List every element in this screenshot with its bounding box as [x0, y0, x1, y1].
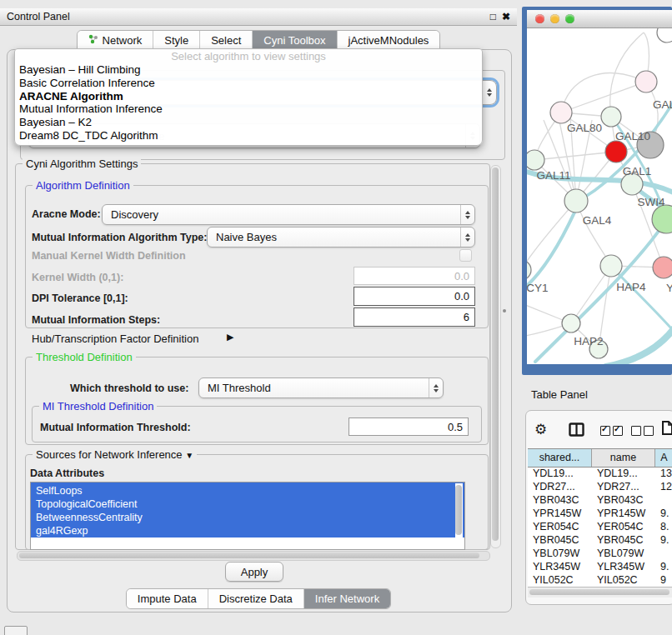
network-node[interactable]	[652, 205, 672, 233]
chevron-right-icon[interactable]: ▶	[227, 332, 233, 342]
table-body: YDL19...YDL19...13YDR27...YDR27...12YBR0…	[528, 467, 672, 587]
network-canvas[interactable]: GALGAL80GAL10GAL1GAL11GAL4SWI4GCY1HAP4YH…	[527, 28, 672, 364]
column-header-a[interactable]: A	[655, 449, 672, 467]
split-columns-icon[interactable]	[569, 422, 584, 437]
zoom-traffic-light-icon[interactable]	[565, 14, 574, 23]
minimized-panel-grip[interactable]	[4, 626, 28, 635]
table-cell: YPR145W	[528, 507, 592, 520]
sources-legend: Sources for Network Inference ▼	[33, 448, 197, 462]
algorithm-option-aracne-algorithm[interactable]: ARACNE Algorithm	[15, 90, 482, 103]
manual-kernel-width-checkbox[interactable]	[459, 249, 472, 262]
table-header[interactable]: shared...nameA	[528, 448, 672, 468]
table-cell: YIL052C	[528, 573, 592, 587]
hide-columns-icon[interactable]	[631, 426, 654, 436]
new-table-icon[interactable]	[661, 420, 672, 436]
table-row[interactable]: YDR27...YDR27...12	[528, 480, 672, 493]
settings-vertical-scrollbar[interactable]	[490, 165, 501, 548]
table-horizontal-scrollbar[interactable]	[528, 587, 672, 598]
mi-threshold-field[interactable]: 0.5	[349, 418, 469, 436]
table-cell: YDR27...	[528, 480, 592, 493]
data-attribute-item[interactable]: gal4RGexp	[31, 524, 464, 538]
gear-icon[interactable]: ⚙	[534, 421, 547, 438]
data-attribute-item[interactable]: BetweennessCentrality	[31, 511, 464, 524]
minimize-traffic-light-icon[interactable]	[550, 14, 559, 23]
algorithm-option-mutual-information-inference[interactable]: Mutual Information Inference	[15, 102, 482, 116]
table-row[interactable]: YBL079WYBL079W	[528, 547, 672, 560]
close-traffic-light-icon[interactable]	[535, 14, 544, 23]
data-attributes-list[interactable]: SelfLoopsTopologicalCoefficientBetweenne…	[30, 482, 465, 550]
stepper-icon	[460, 205, 474, 224]
kernel-width-field[interactable]: 0.0	[354, 267, 475, 285]
table-row[interactable]: YLR345WYLR345W9.	[528, 560, 672, 573]
table-row[interactable]: YER054CYER054C8.	[528, 520, 672, 533]
dpi-tolerance-field[interactable]: 0.0	[354, 287, 475, 306]
which-threshold-value: MI Threshold	[199, 382, 429, 394]
table-row[interactable]: YBR043CYBR043C	[528, 493, 672, 507]
mi-threshold-label: Mutual Information Threshold:	[40, 422, 191, 433]
network-window-titlebar[interactable]	[527, 10, 672, 28]
network-node-gal4[interactable]	[564, 189, 588, 212]
network-node-gcy1[interactable]	[527, 260, 531, 280]
network-icon	[88, 31, 98, 50]
table-cell: 9.	[655, 533, 672, 547]
network-node-y[interactable]	[653, 257, 672, 278]
table-cell: YBR045C	[528, 533, 592, 547]
network-node-hap4[interactable]	[600, 255, 622, 277]
network-node[interactable]	[657, 28, 672, 42]
tab-network[interactable]: Network	[78, 31, 153, 50]
table-row[interactable]: YBR045CYBR045C9.	[528, 533, 672, 547]
table-cell: YER054C	[528, 520, 592, 533]
data-attribute-item[interactable]: TopologicalCoefficient	[31, 498, 464, 511]
column-header-shared[interactable]: shared...	[528, 449, 592, 467]
algorithm-option-dream8-dc-tdc-algorithm[interactable]: Dream8 DC_TDC Algorithm	[15, 129, 482, 142]
apply-button[interactable]: Apply	[225, 562, 283, 582]
network-node-hap2[interactable]	[562, 314, 580, 332]
algorithm-dropdown-popup: Select algorithm to view settings Bayesi…	[14, 48, 483, 146]
mi-algorithm-type-value: Naive Bayes	[208, 231, 460, 243]
node-label-gal1: GAL1	[623, 165, 652, 178]
node-label-gcy1: GCY1	[527, 282, 548, 294]
column-header-name[interactable]: name	[592, 449, 655, 467]
algorithm-option-bayesian-hill-climbing[interactable]: Bayesian – Hill Climbing	[15, 63, 482, 77]
network-node-gal11[interactable]	[527, 150, 544, 170]
algorithm-option-bayesian-k2[interactable]: Bayesian – K2	[15, 116, 482, 129]
tab-infer-network[interactable]: Infer Network	[303, 589, 390, 608]
network-node[interactable]	[635, 71, 657, 92]
table-row[interactable]: YIL052CYIL052C9	[528, 573, 672, 587]
float-icon[interactable]: □	[490, 11, 496, 22]
tab-discretize-data[interactable]: Discretize Data	[208, 589, 303, 608]
chevron-down-icon[interactable]: ▼	[185, 451, 193, 460]
table-row[interactable]: YPR145WYPR145W9.	[528, 507, 672, 520]
settings-horizontal-scrollbar[interactable]	[17, 551, 490, 561]
hub-definition-label[interactable]: Hub/Transcription Factor Definition	[32, 332, 198, 345]
show-checked-columns-icon[interactable]	[600, 426, 623, 436]
tab-cyni-toolbox[interactable]: Cyni Toolbox	[252, 31, 336, 50]
kernel-width-label: Kernel Width (0,1):	[32, 272, 123, 283]
table-cell: YDR27...	[592, 480, 655, 493]
node-label-gal4: GAL4	[583, 214, 612, 227]
data-attribute-item[interactable]: SelfLoops	[31, 484, 464, 498]
which-threshold-label: Which threshold to use:	[70, 382, 188, 394]
close-icon[interactable]: ✖	[502, 11, 510, 22]
table-cell: YDL19...	[528, 467, 592, 480]
network-node-gal80[interactable]	[550, 102, 572, 123]
network-node-gal10[interactable]	[601, 107, 621, 127]
which-threshold-combo[interactable]: MI Threshold	[198, 378, 444, 398]
list-scrollbar[interactable]	[455, 483, 463, 547]
table-cell: YLR345W	[592, 560, 655, 573]
table-cell: 9.	[655, 507, 672, 520]
table-cell: 9.	[655, 560, 672, 573]
network-node-gal1[interactable]	[605, 141, 627, 162]
node-label-gal11: GAL11	[536, 169, 570, 182]
mi-steps-field[interactable]: 6	[354, 308, 475, 327]
tab-impute-data[interactable]: Impute Data	[127, 589, 208, 608]
tab-jactivemnodules[interactable]: jActiveMNodules	[337, 31, 440, 50]
tab-select[interactable]: Select	[199, 31, 252, 50]
panel-splitter-handle[interactable]	[503, 309, 506, 312]
mi-algorithm-type-combo[interactable]: Naive Bayes	[207, 227, 475, 248]
table-cell: YER054C	[592, 520, 655, 533]
tab-style[interactable]: Style	[153, 31, 199, 50]
algorithm-option-basic-correlation-inference[interactable]: Basic Correlation Inference	[15, 77, 482, 90]
aracne-mode-combo[interactable]: Discovery	[102, 204, 475, 225]
table-row[interactable]: YDL19...YDL19...13	[528, 467, 672, 480]
